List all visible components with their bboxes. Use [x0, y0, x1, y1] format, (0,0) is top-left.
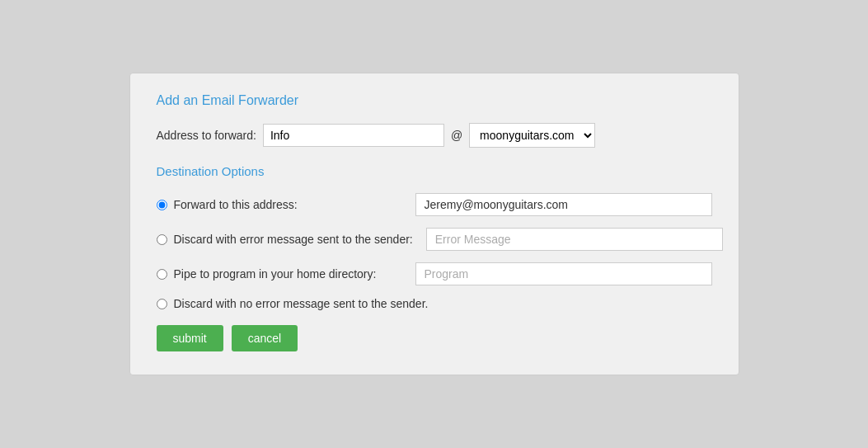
radio-pipe-label[interactable]: Pipe to program in your home directory: — [174, 267, 377, 281]
option-forward-row: Forward to this address: — [157, 193, 712, 216]
option-discard-noerror-row: Discard with no error message sent to th… — [157, 297, 712, 310]
radio-discard-error[interactable] — [157, 234, 167, 245]
buttons-row: submit cancel — [157, 325, 712, 351]
radio-discard-noerror[interactable] — [157, 299, 167, 309]
error-message-input[interactable] — [426, 228, 723, 251]
radio-forward-label[interactable]: Forward to this address: — [174, 198, 298, 211]
address-label: Address to forward: — [157, 129, 256, 142]
email-forwarder-card: Add an Email Forwarder Address to forwar… — [129, 73, 739, 375]
option-pipe-left: Pipe to program in your home directory: — [157, 267, 377, 281]
radio-discard-noerror-label[interactable]: Discard with no error message sent to th… — [174, 297, 429, 310]
radio-discard-error-label[interactable]: Discard with error message sent to the s… — [174, 233, 413, 246]
option-discard-error-left: Discard with error message sent to the s… — [157, 233, 413, 246]
option-pipe-row: Pipe to program in your home directory: — [157, 262, 712, 285]
page-title: Add an Email Forwarder — [157, 93, 712, 108]
radio-forward[interactable] — [157, 200, 167, 210]
forward-address-input[interactable] — [415, 193, 712, 216]
option-forward-right — [311, 193, 712, 216]
destination-title: Destination Options — [157, 164, 712, 178]
domain-select[interactable]: moonyguitars.com — [469, 123, 595, 148]
address-input[interactable] — [263, 124, 444, 147]
radio-pipe[interactable] — [157, 269, 167, 280]
submit-button[interactable]: submit — [157, 325, 223, 351]
option-pipe-right — [389, 262, 711, 285]
option-discard-error-right — [426, 228, 723, 251]
option-forward-left: Forward to this address: — [157, 198, 298, 211]
address-row: Address to forward: @ moonyguitars.com — [157, 123, 712, 148]
cancel-button[interactable]: cancel — [232, 325, 298, 351]
at-sign: @ — [451, 129, 462, 142]
program-input[interactable] — [415, 262, 712, 285]
option-discard-error-row: Discard with error message sent to the s… — [157, 228, 712, 251]
